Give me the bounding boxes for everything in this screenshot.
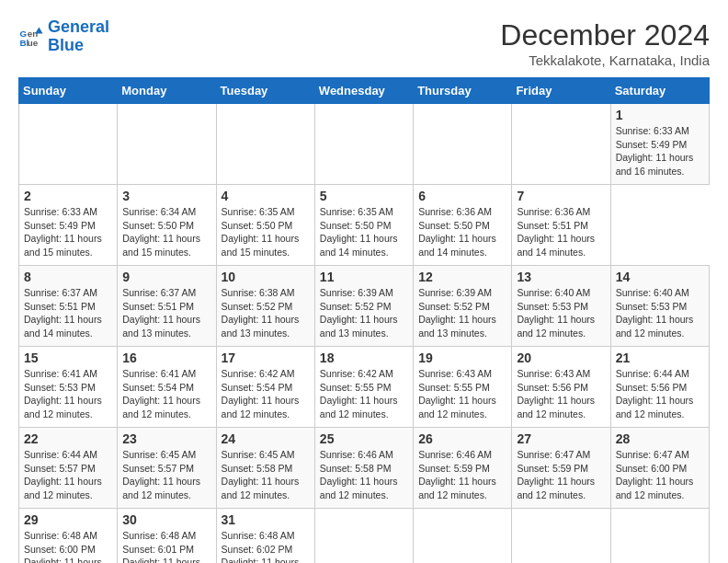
logo: G en Bl ue General Blue bbox=[18, 18, 109, 55]
calendar-day-4: 4 Sunrise: 6:35 AM Sunset: 5:50 PM Dayli… bbox=[216, 185, 314, 266]
logo-icon: G en Bl ue bbox=[18, 24, 44, 50]
calendar-day-28: 28 Sunrise: 6:47 AM Sunset: 6:00 PM Dayl… bbox=[610, 428, 709, 509]
day-info: Sunrise: 6:36 AM Sunset: 5:51 PM Dayligh… bbox=[517, 205, 605, 259]
empty-cell bbox=[610, 509, 709, 564]
month-title: December 2024 bbox=[500, 18, 710, 52]
calendar-day-8: 8 Sunrise: 6:37 AM Sunset: 5:51 PM Dayli… bbox=[19, 266, 118, 347]
calendar-day-22: 22 Sunrise: 6:44 AM Sunset: 5:57 PM Dayl… bbox=[19, 428, 118, 509]
day-number: 29 bbox=[24, 512, 112, 527]
weekday-header-monday: Monday bbox=[118, 78, 216, 104]
day-info: Sunrise: 6:33 AM Sunset: 5:49 PM Dayligh… bbox=[616, 124, 704, 178]
day-info: Sunrise: 6:34 AM Sunset: 5:50 PM Dayligh… bbox=[122, 205, 210, 259]
day-info: Sunrise: 6:42 AM Sunset: 5:54 PM Dayligh… bbox=[222, 367, 310, 421]
weekday-header-thursday: Thursday bbox=[414, 78, 512, 104]
calendar-day-10: 10 Sunrise: 6:38 AM Sunset: 5:52 PM Dayl… bbox=[216, 266, 314, 347]
day-number: 22 bbox=[24, 431, 112, 446]
calendar-day-3: 3 Sunrise: 6:34 AM Sunset: 5:50 PM Dayli… bbox=[118, 185, 216, 266]
header: G en Bl ue General Blue December 2024 Te… bbox=[18, 18, 710, 68]
weekday-header-wednesday: Wednesday bbox=[314, 78, 413, 104]
day-number: 16 bbox=[122, 350, 210, 365]
logo-blue: Blue bbox=[48, 36, 84, 54]
day-number: 8 bbox=[24, 270, 112, 284]
day-info: Sunrise: 6:46 AM Sunset: 5:59 PM Dayligh… bbox=[418, 448, 506, 502]
calendar-day-11: 11 Sunrise: 6:39 AM Sunset: 5:52 PM Dayl… bbox=[314, 266, 413, 347]
empty-cell bbox=[512, 509, 610, 564]
day-info: Sunrise: 6:38 AM Sunset: 5:52 PM Dayligh… bbox=[222, 286, 310, 340]
day-info: Sunrise: 6:48 AM Sunset: 6:00 PM Dayligh… bbox=[24, 529, 112, 563]
day-info: Sunrise: 6:44 AM Sunset: 5:56 PM Dayligh… bbox=[616, 367, 704, 421]
day-info: Sunrise: 6:35 AM Sunset: 5:50 PM Dayligh… bbox=[222, 205, 310, 259]
calendar-day-6: 6 Sunrise: 6:36 AM Sunset: 5:50 PM Dayli… bbox=[414, 185, 512, 266]
empty-cell bbox=[314, 104, 413, 185]
calendar-day-30: 30 Sunrise: 6:48 AM Sunset: 6:01 PM Dayl… bbox=[118, 509, 216, 564]
logo-general: General bbox=[48, 17, 109, 36]
calendar-day-23: 23 Sunrise: 6:45 AM Sunset: 5:57 PM Dayl… bbox=[118, 428, 216, 509]
day-number: 24 bbox=[222, 431, 310, 446]
day-number: 11 bbox=[320, 270, 408, 284]
svg-text:ue: ue bbox=[28, 38, 39, 48]
calendar-day-20: 20 Sunrise: 6:43 AM Sunset: 5:56 PM Dayl… bbox=[512, 347, 610, 428]
calendar-week-4: 22 Sunrise: 6:44 AM Sunset: 5:57 PM Dayl… bbox=[19, 428, 710, 509]
day-number: 10 bbox=[222, 270, 310, 284]
calendar-day-15: 15 Sunrise: 6:41 AM Sunset: 5:53 PM Dayl… bbox=[19, 347, 118, 428]
calendar-day-16: 16 Sunrise: 6:41 AM Sunset: 5:54 PM Dayl… bbox=[118, 347, 216, 428]
calendar-day-17: 17 Sunrise: 6:42 AM Sunset: 5:54 PM Dayl… bbox=[216, 347, 314, 428]
calendar-day-14: 14 Sunrise: 6:40 AM Sunset: 5:53 PM Dayl… bbox=[610, 266, 709, 347]
location: Tekkalakote, Karnataka, India bbox=[500, 52, 710, 68]
calendar-day-21: 21 Sunrise: 6:44 AM Sunset: 5:56 PM Dayl… bbox=[610, 347, 709, 428]
calendar-week-5: 29 Sunrise: 6:48 AM Sunset: 6:00 PM Dayl… bbox=[19, 509, 710, 564]
logo-text: General Blue bbox=[48, 18, 109, 55]
day-number: 21 bbox=[616, 350, 704, 365]
day-info: Sunrise: 6:41 AM Sunset: 5:53 PM Dayligh… bbox=[24, 367, 112, 421]
day-number: 6 bbox=[418, 189, 506, 203]
day-info: Sunrise: 6:35 AM Sunset: 5:50 PM Dayligh… bbox=[320, 205, 408, 259]
calendar-day-26: 26 Sunrise: 6:46 AM Sunset: 5:59 PM Dayl… bbox=[414, 428, 512, 509]
day-number: 5 bbox=[320, 189, 408, 203]
calendar-day-5: 5 Sunrise: 6:35 AM Sunset: 5:50 PM Dayli… bbox=[314, 185, 413, 266]
day-number: 17 bbox=[222, 350, 310, 365]
calendar-week-3: 15 Sunrise: 6:41 AM Sunset: 5:53 PM Dayl… bbox=[19, 347, 710, 428]
day-number: 20 bbox=[517, 350, 605, 365]
calendar-week-2: 8 Sunrise: 6:37 AM Sunset: 5:51 PM Dayli… bbox=[19, 266, 710, 347]
title-area: December 2024 Tekkalakote, Karnataka, In… bbox=[500, 18, 710, 68]
day-number: 28 bbox=[616, 431, 704, 446]
day-number: 12 bbox=[418, 270, 506, 284]
calendar-day-24: 24 Sunrise: 6:45 AM Sunset: 5:58 PM Dayl… bbox=[216, 428, 314, 509]
day-number: 14 bbox=[616, 270, 704, 284]
day-number: 4 bbox=[222, 189, 310, 203]
day-info: Sunrise: 6:39 AM Sunset: 5:52 PM Dayligh… bbox=[418, 286, 506, 340]
calendar-table: SundayMondayTuesdayWednesdayThursdayFrid… bbox=[18, 77, 710, 563]
weekday-header-saturday: Saturday bbox=[610, 78, 709, 104]
day-number: 2 bbox=[24, 189, 112, 203]
day-info: Sunrise: 6:37 AM Sunset: 5:51 PM Dayligh… bbox=[122, 286, 210, 340]
calendar-day-12: 12 Sunrise: 6:39 AM Sunset: 5:52 PM Dayl… bbox=[414, 266, 512, 347]
day-info: Sunrise: 6:43 AM Sunset: 5:56 PM Dayligh… bbox=[517, 367, 605, 421]
day-info: Sunrise: 6:42 AM Sunset: 5:55 PM Dayligh… bbox=[320, 367, 408, 421]
calendar-day-25: 25 Sunrise: 6:46 AM Sunset: 5:58 PM Dayl… bbox=[314, 428, 413, 509]
empty-cell bbox=[314, 509, 413, 564]
day-info: Sunrise: 6:44 AM Sunset: 5:57 PM Dayligh… bbox=[24, 448, 112, 502]
weekday-header-tuesday: Tuesday bbox=[216, 78, 314, 104]
day-info: Sunrise: 6:47 AM Sunset: 6:00 PM Dayligh… bbox=[616, 448, 704, 502]
day-info: Sunrise: 6:33 AM Sunset: 5:49 PM Dayligh… bbox=[24, 205, 112, 259]
calendar-day-31: 31 Sunrise: 6:48 AM Sunset: 6:02 PM Dayl… bbox=[216, 509, 314, 564]
calendar-week-1: 2 Sunrise: 6:33 AM Sunset: 5:49 PM Dayli… bbox=[19, 185, 710, 266]
day-number: 3 bbox=[122, 189, 210, 203]
calendar-week-0: 1 Sunrise: 6:33 AM Sunset: 5:49 PM Dayli… bbox=[19, 104, 710, 185]
day-info: Sunrise: 6:36 AM Sunset: 5:50 PM Dayligh… bbox=[418, 205, 506, 259]
calendar-day-1: 1 Sunrise: 6:33 AM Sunset: 5:49 PM Dayli… bbox=[610, 104, 709, 185]
calendar-day-13: 13 Sunrise: 6:40 AM Sunset: 5:53 PM Dayl… bbox=[512, 266, 610, 347]
day-info: Sunrise: 6:48 AM Sunset: 6:01 PM Dayligh… bbox=[122, 529, 210, 563]
weekday-header-sunday: Sunday bbox=[19, 78, 118, 104]
day-number: 7 bbox=[517, 189, 605, 203]
day-info: Sunrise: 6:45 AM Sunset: 5:58 PM Dayligh… bbox=[222, 448, 310, 502]
day-number: 9 bbox=[122, 270, 210, 284]
day-number: 1 bbox=[616, 108, 704, 122]
calendar-header: SundayMondayTuesdayWednesdayThursdayFrid… bbox=[19, 78, 710, 104]
day-info: Sunrise: 6:48 AM Sunset: 6:02 PM Dayligh… bbox=[222, 529, 310, 563]
empty-cell bbox=[118, 104, 216, 185]
calendar-day-29: 29 Sunrise: 6:48 AM Sunset: 6:00 PM Dayl… bbox=[19, 509, 118, 564]
empty-cell bbox=[19, 104, 118, 185]
day-number: 18 bbox=[320, 350, 408, 365]
day-info: Sunrise: 6:46 AM Sunset: 5:58 PM Dayligh… bbox=[320, 448, 408, 502]
